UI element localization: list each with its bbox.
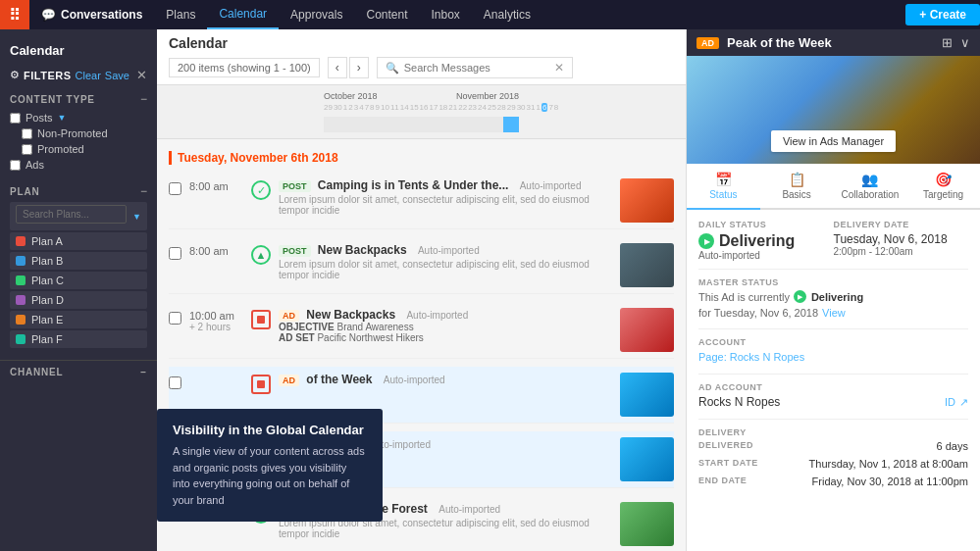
start-date-value: Thursday, Nov 1, 2018 at 8:00am — [809, 458, 968, 470]
nav-item-analytics[interactable]: Analytics — [472, 0, 542, 29]
posts-nested: Non-Promoted Promoted — [10, 125, 147, 157]
content-type-section: CONTENT TYPE − Posts ▼ Non-Promoted Prom… — [0, 86, 157, 178]
daily-status-label: DAILY STATUS — [698, 220, 834, 229]
row-1-tag: POST — [279, 180, 311, 192]
daily-status-col: DAILY STATUS ▶ Delivering Auto-imported — [698, 220, 834, 261]
plan-e-item[interactable]: Plan E — [10, 311, 147, 328]
nav-item-approvals[interactable]: Approvals — [279, 0, 354, 29]
row-2-checkbox[interactable] — [169, 247, 181, 260]
channel-collapse[interactable]: − — [140, 367, 147, 377]
nav-item-content[interactable]: Content — [354, 0, 419, 29]
create-button[interactable]: + Create — [905, 4, 980, 25]
row-4-checkbox[interactable] — [169, 376, 181, 389]
row-2-thumb-img — [620, 243, 674, 287]
nav-item-inbox[interactable]: Inbox — [420, 0, 472, 29]
delivering-value: Delivering — [719, 232, 795, 250]
row-3-checkbox[interactable] — [169, 312, 181, 325]
non-promoted-checkbox[interactable] — [22, 128, 32, 139]
plan-label: PLAN — [10, 186, 39, 197]
nav-conversations[interactable]: 💬 Conversations — [29, 0, 154, 29]
plan-b-dot — [16, 256, 26, 266]
master-delivering-icon: ▶ — [794, 290, 806, 303]
search-input[interactable] — [404, 62, 549, 74]
plan-f-item[interactable]: Plan F — [10, 330, 147, 348]
plan-collapse[interactable]: − — [140, 184, 147, 198]
posts-checkbox[interactable] — [10, 113, 21, 124]
tab-basics[interactable]: 📋 Basics — [760, 164, 834, 208]
master-status-for: for Tuesday, Nov 6, 2018 — [698, 307, 818, 319]
filters-clear[interactable]: Clear — [76, 70, 101, 81]
search-plans-arrow: ▼ — [132, 212, 141, 222]
row-3-adset-label: AD SET — [279, 332, 315, 343]
search-plans-container: ▼ — [10, 202, 147, 230]
expand-icon[interactable]: ⊞ — [942, 35, 953, 50]
plan-b-item[interactable]: Plan B — [10, 252, 147, 270]
non-promoted-item[interactable]: Non-Promoted — [22, 125, 147, 141]
ads-checkbox[interactable] — [10, 160, 21, 171]
prev-arrow[interactable]: ‹ — [328, 57, 347, 78]
promoted-checkbox[interactable] — [22, 144, 32, 155]
stop-square-3 — [251, 310, 271, 329]
search-box: 🔍 ✕ — [377, 57, 573, 78]
view-ads-button[interactable]: View in Ads Manager — [771, 130, 896, 152]
view-ads-container: View in Ads Manager — [687, 125, 980, 158]
d29: 8 — [554, 103, 558, 112]
calendar-title: Calendar — [169, 35, 674, 51]
ads-checkbox-item[interactable]: Ads — [10, 157, 147, 173]
nav-item-calendar[interactable]: Calendar — [207, 0, 279, 29]
row-3-objective: OBJECTIVE Brand Awareness — [279, 322, 612, 332]
chevron-down-icon[interactable]: ∨ — [960, 35, 970, 50]
delivery-date-sub: 2:00pm - 12:00am — [834, 246, 969, 257]
month-nov-label: November 2018 — [440, 91, 519, 101]
filters-label: FILTERS — [24, 70, 72, 81]
content-type-collapse[interactable]: − — [140, 92, 147, 106]
plan-d-dot — [16, 295, 26, 305]
plan-c-item[interactable]: Plan C — [10, 272, 147, 289]
tab-targeting[interactable]: 🎯 Targeting — [906, 164, 980, 208]
delivered-label: DELIVERED — [698, 440, 753, 452]
tab-status[interactable]: 📅 Status — [687, 164, 760, 210]
tab-collaboration[interactable]: 👥 Collaboration — [834, 164, 907, 208]
row-5-thumb-img — [620, 437, 674, 481]
promoted-label: Promoted — [37, 143, 84, 155]
start-date-label: START DATE — [698, 458, 758, 470]
row-2-desc: Lorem ipsum dolor sit amet, consectetur … — [279, 259, 612, 280]
calendar-header: Calendar 200 items (showing 1 - 100) ‹ ›… — [157, 29, 686, 85]
search-clear-icon[interactable]: ✕ — [554, 61, 564, 75]
id-icon[interactable]: ID — [945, 396, 955, 408]
d5: 3 — [354, 103, 358, 112]
row-3-adset: AD SET Pacific Northwest Hikers — [279, 332, 612, 343]
promoted-item[interactable]: Promoted — [22, 141, 147, 157]
filters-save[interactable]: Save — [105, 70, 129, 81]
d20: 24 — [478, 103, 487, 112]
next-arrow[interactable]: › — [349, 57, 369, 78]
row-3-time-sub: + 2 hours — [189, 322, 243, 332]
tooltip-overlay: Visibility in the Global Calendar A sing… — [157, 409, 383, 522]
plan-f-label: Plan F — [31, 333, 63, 345]
search-plans-input[interactable] — [16, 205, 127, 224]
account-value[interactable]: Page: Rocks N Ropes — [698, 351, 804, 363]
ad-account-row: Rocks N Ropes ID ↗ — [698, 395, 968, 409]
master-status-view[interactable]: View — [822, 307, 846, 319]
plan-d-item[interactable]: Plan D — [10, 291, 147, 309]
d6: 4 — [359, 103, 363, 112]
table-row: 8:00 am ▲ POST New Backpacks Auto-import… — [169, 237, 674, 294]
content-type-header: CONTENT TYPE − — [10, 92, 147, 106]
posts-checkbox-item[interactable]: Posts ▼ — [10, 110, 147, 125]
tooltip-desc: A single view of your content across ads… — [173, 443, 367, 508]
row-4-status — [251, 375, 271, 394]
row-1-checkbox[interactable] — [169, 182, 181, 195]
calendar-toolbar: 200 items (showing 1 - 100) ‹ › 🔍 ✕ — [169, 57, 674, 78]
external-link-icon[interactable]: ↗ — [959, 396, 968, 409]
row-4-title: of the Week — [306, 373, 372, 386]
row-3-obj-value: Brand Awareness — [336, 322, 413, 332]
d1: 29 — [324, 103, 333, 112]
panel-tabs: 📅 Status 📋 Basics 👥 Collaboration 🎯 Targ… — [687, 164, 980, 210]
row-6-thumb-img — [620, 502, 674, 546]
check-circle-2: ▲ — [251, 245, 271, 265]
filters-close[interactable]: ✕ — [136, 68, 147, 82]
d23: 29 — [507, 103, 516, 112]
nav-item-plans[interactable]: Plans — [154, 0, 207, 29]
plan-a-item[interactable]: Plan A — [10, 232, 147, 250]
timeline-bar-fill — [503, 117, 519, 132]
